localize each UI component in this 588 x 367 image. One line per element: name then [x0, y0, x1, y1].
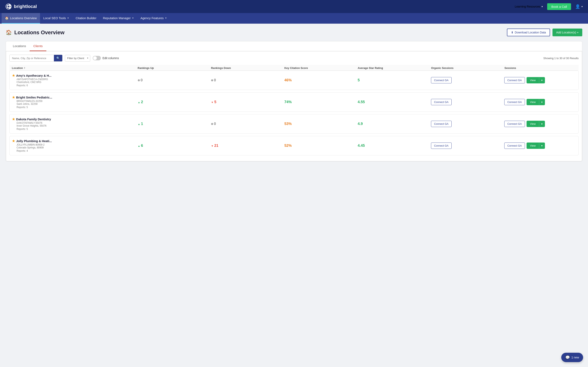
- view-button[interactable]: View: [527, 99, 539, 105]
- edit-columns-toggle[interactable]: [93, 56, 101, 60]
- location-name: ★ Jolly Plumbing & Heati...: [12, 139, 134, 143]
- citation-score-col: 52%: [283, 143, 356, 148]
- user-menu-chevron: ▼: [581, 6, 583, 8]
- citation-score-col: 53%: [283, 122, 356, 126]
- connect-ga-sessions-button[interactable]: Connect GA: [504, 121, 525, 127]
- page-title-icon: 🏠: [6, 30, 12, 35]
- table-header-row: Location ⬆ Rankings Up Rankings Down Key…: [9, 65, 579, 71]
- location-name: ★ Bright Smiles Pediatric...: [12, 95, 134, 99]
- connect-ga-organic-button[interactable]: Connect GA: [431, 142, 452, 149]
- results-count: Showing 1 to 30 of 30 Results: [543, 57, 579, 60]
- location-name-text: Amy's Apothecary & H...: [16, 74, 52, 77]
- location-city: Inver Grove Heights, 55076: [12, 124, 134, 127]
- location-code: AMYSAPOTHECA-CM26RG: [12, 78, 134, 81]
- location-reports: Reports: 5: [12, 106, 134, 109]
- filter-by-client-select[interactable]: Filter by Client: [65, 55, 90, 62]
- header-buttons: ⬇ Download Location Data Add Location(s)…: [507, 29, 582, 36]
- location-reports: Reports: 6: [12, 84, 134, 87]
- rankings-up-col: 1: [136, 122, 209, 126]
- user-icon: 👤: [575, 4, 580, 9]
- rankings-down-col: 0: [209, 122, 283, 126]
- reputation-manager-chevron: ▼: [132, 17, 134, 19]
- nav-item-local-seo-tools[interactable]: Local SEO Tools ▼: [40, 13, 72, 24]
- edit-columns-label: Edit columns: [103, 57, 119, 60]
- sessions-col: Connect GA View ▼: [503, 99, 576, 105]
- connect-ga-organic-button[interactable]: Connect GA: [431, 99, 452, 105]
- search-input[interactable]: [9, 55, 54, 61]
- top-header-right: Learning Resources ▼ Book a Call 👤 ▼: [515, 3, 583, 10]
- nav-item-locations-overview[interactable]: 🏠 Locations Overview: [2, 13, 40, 24]
- tabs-wrapper: Locations Clients: [6, 42, 582, 51]
- citation-score-col: 74%: [283, 100, 356, 104]
- location-reports: Reports: 5: [12, 128, 134, 131]
- view-caret-button[interactable]: ▼: [539, 121, 545, 127]
- rankings-up-col: 6: [136, 143, 209, 148]
- th-rankings-down: Rankings Down: [209, 67, 283, 69]
- th-organic-sessions: Organic Sessions: [429, 67, 503, 69]
- download-icon: ⬇: [511, 31, 513, 34]
- location-code: BRIGHTSMILES-32259: [12, 100, 134, 103]
- view-button[interactable]: View: [527, 121, 539, 127]
- tab-locations[interactable]: Locations: [9, 42, 30, 51]
- add-location-button[interactable]: Add Location(s) +: [553, 29, 582, 36]
- user-menu[interactable]: 👤 ▼: [575, 4, 583, 9]
- star-rating-col: 5: [356, 78, 429, 82]
- book-call-button[interactable]: Book a Call: [547, 3, 571, 10]
- main-card: 🔍 Filter by Client Edit columns Showing …: [6, 51, 582, 161]
- view-btn-group: View ▼: [527, 142, 545, 149]
- connect-ga-sessions-button[interactable]: Connect GA: [504, 99, 525, 105]
- th-rankings-up: Rankings Up: [136, 67, 209, 69]
- download-location-data-button[interactable]: ⬇ Download Location Data: [507, 29, 550, 36]
- location-code: JOLLYPLUMBIN-80909-2: [12, 143, 134, 146]
- connect-ga-organic-button[interactable]: Connect GA: [431, 77, 452, 83]
- sessions-col: Connect GA View ▼: [503, 142, 576, 149]
- location-code: DAKOTAFAMILY-55076: [12, 122, 134, 124]
- search-wrapper: 🔍: [9, 55, 62, 62]
- main-nav: 🏠 Locations Overview Local SEO Tools ▼ C…: [0, 13, 588, 24]
- nav-item-citation-builder[interactable]: Citation Builder: [72, 13, 100, 24]
- logo: brightlocal: [5, 3, 37, 10]
- page-content: 🏠 Locations Overview ⬇ Download Location…: [0, 24, 588, 166]
- location-rows-container: ★ Amy's Apothecary & H... AMYSAPOTHECA-C…: [9, 71, 579, 155]
- view-button[interactable]: View: [527, 143, 539, 149]
- star-rating: 4.55: [358, 100, 365, 104]
- rankings-down-col: 5: [209, 100, 283, 104]
- rankings-down-col: 0: [209, 78, 283, 82]
- view-btn-group: View ▼: [527, 77, 545, 83]
- home-icon: 🏠: [5, 16, 9, 20]
- th-location-sort[interactable]: ⬆: [24, 67, 25, 69]
- citation-score: 53%: [285, 122, 292, 126]
- nav-item-agency-features[interactable]: Agency Features ▼: [137, 13, 170, 24]
- nav-item-reputation-manager[interactable]: Reputation Manager ▼: [100, 13, 137, 24]
- th-key-citation-score: Key Citation Score: [283, 67, 356, 69]
- top-header: brightlocal Learning Resources ▼ Book a …: [0, 0, 588, 13]
- star-rating-col: 4.45: [356, 143, 429, 148]
- organic-sessions-col: Connect GA: [429, 77, 503, 83]
- agency-features-chevron: ▼: [165, 17, 167, 19]
- location-row: ★ Jolly Plumbing & Heati... JOLLYPLUMBIN…: [9, 136, 579, 155]
- connect-ga-sessions-button[interactable]: Connect GA: [504, 142, 525, 149]
- location-info: ★ Amy's Apothecary & H... AMYSAPOTHECA-C…: [12, 74, 136, 87]
- organic-sessions-col: Connect GA: [429, 121, 503, 127]
- view-caret-button[interactable]: ▼: [539, 99, 545, 105]
- filters-row: 🔍 Filter by Client Edit columns Showing …: [9, 55, 579, 62]
- view-caret-button[interactable]: ▼: [539, 143, 545, 149]
- location-info: ★ Jolly Plumbing & Heati... JOLLYPLUMBIN…: [12, 139, 136, 152]
- search-button[interactable]: 🔍: [54, 55, 62, 61]
- connect-ga-sessions-button[interactable]: Connect GA: [504, 77, 525, 83]
- star-icon: ★: [12, 139, 15, 143]
- view-caret-button[interactable]: ▼: [539, 77, 545, 83]
- connect-ga-organic-button[interactable]: Connect GA: [431, 121, 452, 127]
- citation-score: 52%: [285, 143, 292, 148]
- learning-resources-chevron: ▼: [541, 6, 543, 8]
- learning-resources-link[interactable]: Learning Resources ▼: [515, 5, 543, 8]
- tab-clients[interactable]: Clients: [30, 42, 46, 51]
- rankings-down-col: 21: [209, 143, 283, 148]
- star-rating-col: 4.9: [356, 122, 429, 126]
- star-icon: ★: [12, 74, 15, 77]
- view-button[interactable]: View: [527, 77, 539, 83]
- citation-score-col: 46%: [283, 78, 356, 82]
- th-location: Location ⬆: [12, 67, 136, 69]
- star-rating: 4.9: [358, 122, 363, 126]
- location-name-text: Jolly Plumbing & Heati...: [16, 139, 52, 143]
